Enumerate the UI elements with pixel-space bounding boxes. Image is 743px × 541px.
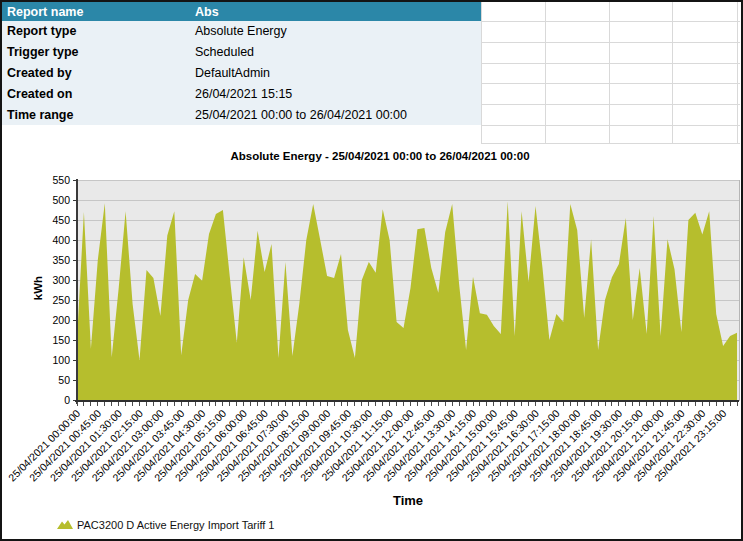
grid-hline [481, 104, 740, 105]
grid-hline [481, 42, 740, 43]
report-meta-header-row[interactable]: Report name Abs [2, 2, 481, 22]
report-name-label: Report name [7, 2, 83, 21]
legend-label: PAC3200 D Active Energy Import Tariff 1 [77, 519, 274, 531]
report-meta-row[interactable]: Trigger type Scheduled [2, 42, 481, 63]
y-tick-label: 500 [52, 194, 70, 206]
y-axis-title: kWh [32, 276, 44, 300]
grid-vline [672, 2, 673, 143]
grid-hline [481, 143, 740, 144]
y-tick-label: 450 [52, 214, 70, 226]
created-on-value: 26/04/2021 15:15 [195, 83, 292, 104]
energy-report-window: Report name Abs Report type Absolute Ene… [0, 0, 743, 541]
y-tick-label: 50 [58, 374, 70, 386]
created-by-label: Created by [7, 63, 72, 84]
grid-vline [545, 2, 546, 143]
grid-vline [737, 2, 738, 143]
created-on-label: Created on [7, 83, 72, 104]
grid-hline [481, 83, 740, 84]
y-tick-label: 350 [52, 254, 70, 266]
grid-hline [481, 125, 740, 126]
time-range-label: Time range [7, 104, 73, 125]
y-tick-label: 300 [52, 274, 70, 286]
report-type-value: Absolute Energy [195, 21, 287, 42]
y-tick-label: 100 [52, 354, 70, 366]
y-tick-label: 550 [52, 174, 70, 186]
report-type-label: Report type [7, 21, 76, 42]
trigger-type-label: Trigger type [7, 42, 79, 63]
absolute-energy-area-chart[interactable]: 05010015020025030035040045050055025/04/2… [2, 146, 741, 539]
grid-vline [609, 2, 610, 143]
y-tick-label: 250 [52, 294, 70, 306]
y-tick-label: 400 [52, 234, 70, 246]
report-meta-row[interactable]: Time range 25/04/2021 00:00 to 26/04/202… [2, 104, 481, 125]
time-range-value: 25/04/2021 00:00 to 26/04/2021 00:00 [195, 104, 407, 125]
legend-area-icon [57, 520, 73, 529]
report-name-value: Abs [195, 2, 219, 21]
grid-hline [481, 63, 740, 64]
x-axis-title: Time [393, 493, 423, 508]
report-meta-row[interactable]: Report type Absolute Energy [2, 21, 481, 42]
grid-hline [481, 21, 740, 22]
chart-title: Absolute Energy - 25/04/2021 00:00 to 26… [230, 150, 529, 162]
y-tick-label: 200 [52, 314, 70, 326]
y-tick-label: 0 [64, 394, 70, 406]
y-tick-label: 150 [52, 334, 70, 346]
grid-vline [481, 2, 482, 143]
report-meta-row[interactable]: Created on 26/04/2021 15:15 [2, 83, 481, 104]
created-by-value: DefaultAdmin [195, 63, 270, 84]
trigger-type-value: Scheduled [195, 42, 254, 63]
report-meta-row[interactable]: Created by DefaultAdmin [2, 63, 481, 84]
